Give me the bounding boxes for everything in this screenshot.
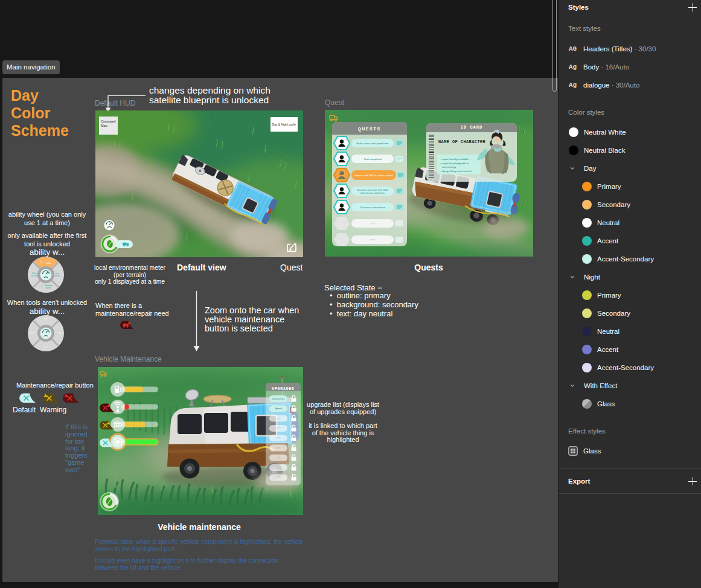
svg-text:QUESTS: QUESTS <box>358 126 381 132</box>
svg-text:????: ???? <box>43 318 48 321</box>
svg-text:????: ???? <box>57 332 62 334</box>
svg-text:⚜: ⚜ <box>40 285 42 287</box>
svg-text:NAME OF CHARACTER: NAME OF CHARACTER <box>438 139 486 144</box>
svg-text:with forests and trees: with forests and trees <box>360 191 385 194</box>
svg-text:????: ???? <box>30 332 34 334</box>
svg-text:Return to HOME to collect rewa: Return to HOME to collect reward <box>355 174 393 177</box>
svg-text:???: ??? <box>277 436 281 439</box>
svg-text:????: ???? <box>370 238 376 241</box>
svg-text:???: ??? <box>277 456 281 459</box>
svg-text:UPGRADES: UPGRADES <box>272 387 295 391</box>
svg-text:ID CARD: ID CARD <box>461 125 482 130</box>
svg-text:Build a new solar panel farm: Build a new solar panel farm <box>357 142 389 145</box>
svg-text:????: ???? <box>370 222 376 225</box>
svg-text:???: ??? <box>277 417 281 420</box>
svg-text:Discover a terrain with filled: Discover a terrain with filled <box>357 188 388 191</box>
svg-text:• super friendly to wildlife: • super friendly to wildlife <box>440 158 469 161</box>
svg-text:Speed: Speed <box>275 407 282 410</box>
svg-text:decor: decor <box>55 275 61 277</box>
svg-text:????: ???? <box>43 347 48 349</box>
svg-text:???: ??? <box>277 466 281 469</box>
svg-text:Map: Map <box>101 124 107 127</box>
svg-text:Compass/: Compass/ <box>101 120 116 123</box>
svg-text:• super knowledgeable in: • super knowledgeable in <box>440 162 469 165</box>
svg-text:wind energy: wind energy <box>442 165 456 168</box>
svg-text:solno: solno <box>46 262 51 264</box>
svg-text:General Orcs: General Orcs <box>272 398 285 400</box>
svg-text:???: ??? <box>277 427 281 430</box>
svg-text:Task completed: Task completed <box>363 158 382 161</box>
svg-text:???: ??? <box>277 447 281 450</box>
svg-text:Day & Night cycle: Day & Night cycle <box>272 123 296 126</box>
svg-text:• always flowy and cheerful: • always flowy and cheerful <box>440 170 472 173</box>
svg-text:???: ??? <box>277 476 281 479</box>
svg-text:Discover a new terrain: Discover a new terrain <box>360 206 385 209</box>
svg-text:lights: lights <box>46 287 51 289</box>
svg-text:to rest: to rest <box>31 275 37 277</box>
